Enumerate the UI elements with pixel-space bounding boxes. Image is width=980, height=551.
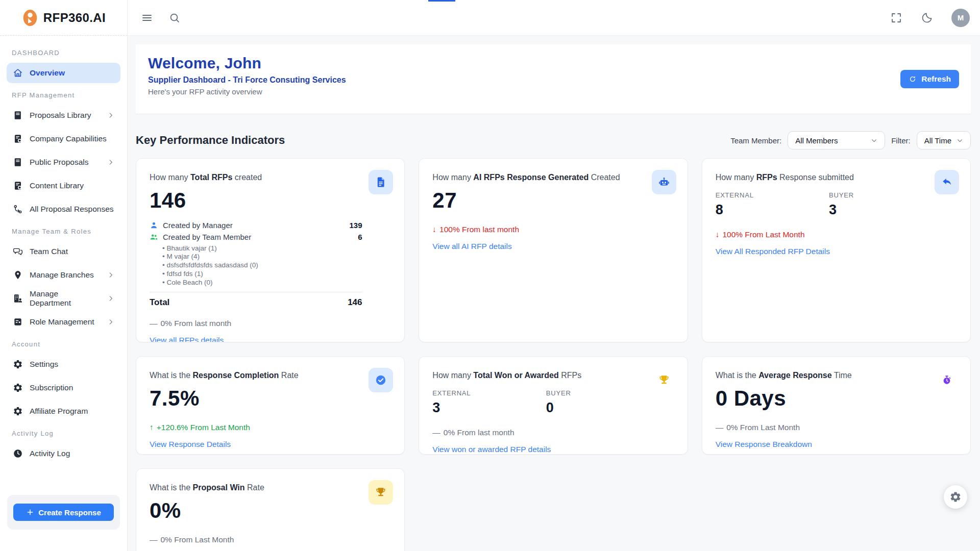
sidebar-item-label: Company Capabilities — [30, 134, 107, 143]
dash-icon: — — [150, 319, 158, 328]
card-title-part: created — [232, 173, 262, 182]
card-link-response-completion[interactable]: View Response Details — [150, 440, 231, 449]
stat-label: EXTERNAL — [432, 389, 546, 397]
check-circle-icon — [369, 368, 393, 392]
menu-icon[interactable] — [141, 12, 153, 24]
sidebar-item-proposals-library[interactable]: Proposals Library — [7, 105, 120, 126]
sidebar-item-subscription[interactable]: Subscription — [7, 378, 120, 398]
breakdown-bullet: • Bhautik vajar (1) — [162, 244, 362, 253]
loading-indicator — [428, 0, 455, 2]
card-link-rfps-submitted[interactable]: View All Responded RFP Details — [716, 247, 830, 256]
total-label: Total — [150, 297, 169, 308]
stat-buyer: BUYER0 — [546, 389, 659, 416]
book-icon — [13, 110, 23, 120]
change-indicator: ↓100% From Last Month — [716, 230, 957, 239]
card-title-part: How many — [432, 173, 473, 182]
kpi-card-total-rfps: How many Total RFPs created146Created by… — [136, 158, 405, 342]
breakdown-row: Created by Team Member6 — [150, 233, 362, 241]
team-member-select[interactable]: All Members — [788, 131, 885, 149]
topbar-right: M — [890, 9, 970, 27]
breakdown-value: 6 — [358, 233, 362, 241]
building-icon — [13, 293, 23, 304]
card-title-part: RFPs — [559, 371, 581, 380]
create-response-button[interactable]: Create Response — [13, 504, 114, 521]
time-filter-value: All Time — [924, 136, 951, 145]
card-title: How many Total RFPs created — [150, 172, 391, 183]
card-title-part: How many — [432, 371, 473, 380]
sidebar-item-public-proposals[interactable]: Public Proposals — [7, 152, 120, 172]
trophy-icon — [369, 480, 393, 505]
doc-badge-icon — [13, 134, 23, 144]
breakdown-label: Created by Manager — [163, 221, 233, 230]
chevron-down-icon — [957, 137, 963, 144]
arrow-up-icon: ↑ — [150, 423, 154, 432]
settings-fab[interactable] — [944, 485, 967, 509]
stat-value: 3 — [432, 400, 546, 416]
sidebar: RFP360.AI DASHBOARDOverviewRFP Managemen… — [0, 0, 128, 551]
change-indicator: ↓100% From last month — [432, 225, 674, 234]
main-area: M Welcome, John Supplier Dashboard - Tri… — [128, 0, 980, 551]
nav-section-activity-log: Activity Log — [12, 430, 115, 437]
change-text: 0% From Last Month — [161, 535, 234, 544]
sidebar-item-all-proposal-responses[interactable]: All Proposal Responses — [7, 199, 120, 219]
card-title-part: RFPs — [756, 173, 777, 182]
card-link-ai-rfps[interactable]: View all AI RFP details — [432, 242, 511, 251]
change-indicator: ↑+120.6% From Last Month — [150, 423, 391, 432]
moon-icon[interactable] — [921, 12, 933, 24]
sidebar-item-role-management[interactable]: Role Management — [7, 312, 120, 332]
reply-icon — [935, 170, 959, 194]
avatar[interactable]: M — [951, 9, 970, 27]
kpi-section-title: Key Performance Indicators — [136, 134, 285, 147]
stat-buyer: BUYER3 — [829, 191, 942, 218]
sidebar-item-label: Subscription — [30, 383, 73, 392]
card-title-part: How many — [150, 173, 190, 182]
sidebar-item-content-library[interactable]: Content Library — [7, 176, 120, 196]
breakdown-bullet: • M vajar (4) — [162, 253, 362, 261]
chevron-right-icon — [107, 318, 114, 325]
change-indicator: —0% From last month — [432, 428, 674, 437]
card-link-won-awarded[interactable]: View won or awarded RFP details — [432, 445, 551, 454]
role-card-icon — [13, 317, 23, 327]
sidebar-item-manage-department[interactable]: Manage Department — [7, 288, 120, 309]
person-icon — [150, 221, 158, 230]
bullet-text: M vajar (4) — [166, 253, 200, 260]
sidebar-item-team-chat[interactable]: Team Chat — [7, 241, 120, 262]
change-text: 100% From Last Month — [722, 230, 804, 239]
card-title-part: Rate — [279, 371, 298, 380]
nav-section-dashboard: DASHBOARD — [12, 49, 115, 57]
breakdown-bullet: • Cole Beach (0) — [162, 279, 362, 287]
card-link-total-rfps[interactable]: View all RFPs details — [150, 336, 224, 342]
bullet-text: dsfsdfsfdfdsfds sadasdasd (0) — [166, 261, 258, 269]
sidebar-item-activity-log[interactable]: Activity Log — [7, 443, 120, 464]
card-title-part: Rate — [245, 483, 264, 492]
stopwatch-icon — [935, 368, 959, 392]
card-title-part: What is the — [150, 371, 192, 380]
change-text: 0% From Last Month — [726, 423, 800, 432]
fullscreen-icon[interactable] — [890, 12, 902, 24]
bullet-text: Cole Beach (0) — [166, 279, 212, 286]
card-link-avg-response-time[interactable]: View Response Breakdown — [716, 440, 812, 449]
sidebar-item-affiliate-program[interactable]: Affiliate Program — [7, 401, 120, 421]
sidebar-item-label: Manage Branches — [30, 270, 94, 280]
topbar: M — [128, 0, 980, 36]
clock-icon — [13, 448, 23, 459]
time-filter-select[interactable]: All Time — [917, 131, 971, 149]
card-title: How many AI RFPs Response Generated Crea… — [432, 172, 674, 183]
sidebar-item-company-capabilities[interactable]: Company Capabilities — [7, 129, 120, 149]
brand-logo[interactable]: RFP360.AI — [0, 0, 127, 36]
sidebar-item-settings[interactable]: Settings — [7, 354, 120, 374]
change-indicator: —0% From Last Month — [150, 535, 391, 544]
refresh-button[interactable]: Refresh — [900, 70, 959, 88]
breakdown-value: 139 — [349, 221, 362, 230]
team-member-label: Team Member: — [730, 136, 781, 145]
doc-badge-icon — [13, 181, 23, 191]
card-title-part: What is the — [150, 483, 192, 492]
sidebar-item-label: Manage Department — [30, 289, 101, 308]
card-title: How many RFPs Response submitted — [716, 172, 957, 183]
stat-value: 8 — [716, 202, 829, 218]
gear-icon — [13, 406, 23, 416]
sidebar-item-overview[interactable]: Overview — [7, 63, 120, 83]
sidebar-item-label: Role Management — [30, 317, 94, 327]
search-icon[interactable] — [168, 12, 181, 24]
sidebar-item-manage-branches[interactable]: Manage Branches — [7, 265, 120, 285]
